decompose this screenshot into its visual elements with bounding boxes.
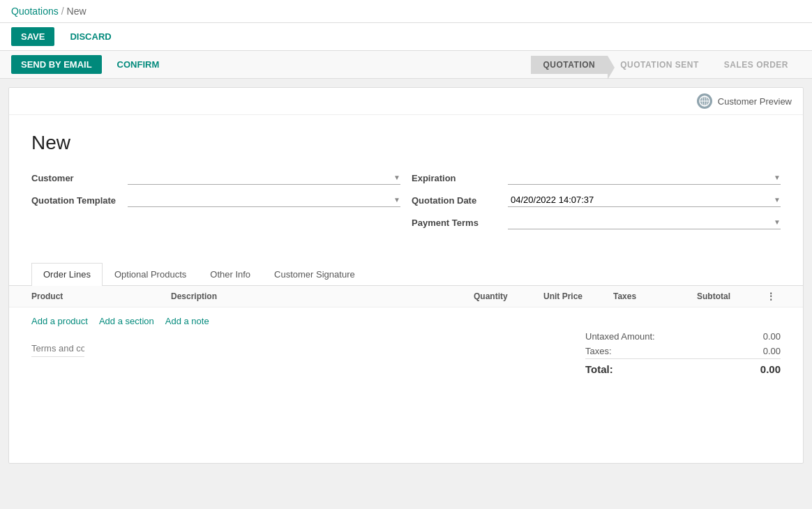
- col-options-icon[interactable]: ⋮: [767, 291, 781, 301]
- quotation-template-input[interactable]: [128, 193, 393, 206]
- customer-select-wrapper[interactable]: ▼: [128, 171, 400, 185]
- form-row-1: Customer ▼ Expiration ▼: [31, 171, 781, 185]
- tab-optional-products[interactable]: Optional Products: [103, 263, 198, 285]
- payment-terms-dropdown-arrow[interactable]: ▼: [774, 218, 781, 226]
- send-by-email-button[interactable]: SEND BY EMAIL: [11, 55, 102, 74]
- tab-customer-signature[interactable]: Customer Signature: [262, 263, 367, 285]
- expiration-label: Expiration: [412, 173, 502, 183]
- footer-inner: Untaxed Amount: 0.00 Taxes: 0.00 Total: …: [31, 343, 781, 377]
- terms-input[interactable]: [31, 343, 84, 357]
- taxes-value: 0.00: [763, 346, 781, 356]
- untaxed-amount-label: Untaxed Amount:: [585, 331, 655, 342]
- tab-order-lines[interactable]: Order Lines: [31, 263, 103, 286]
- customer-input[interactable]: [128, 171, 393, 184]
- col-quantity: Quantity: [474, 291, 543, 301]
- quotation-date-dropdown-arrow[interactable]: ▼: [774, 196, 781, 204]
- quotation-date-field-group: Quotation Date ▼: [412, 193, 781, 207]
- payment-terms-select-wrapper[interactable]: ▼: [508, 215, 781, 229]
- quotation-date-input[interactable]: [508, 193, 774, 206]
- quotation-template-label: Quotation Template: [31, 195, 122, 206]
- customer-preview-button[interactable]: Customer Preview: [697, 93, 792, 109]
- customer-field-group: Customer ▼: [31, 171, 400, 185]
- quotation-template-dropdown-arrow[interactable]: ▼: [393, 196, 400, 204]
- untaxed-amount-value: 0.00: [763, 331, 781, 342]
- form-row-2: Quotation Template ▼ Quotation Date ▼: [31, 193, 781, 207]
- total-value: 0.00: [760, 363, 781, 375]
- terms-area: [31, 343, 149, 357]
- payment-terms-label: Payment Terms: [412, 218, 502, 228]
- total-label: Total:: [585, 363, 613, 375]
- untaxed-amount-row: Untaxed Amount: 0.00: [585, 329, 781, 344]
- main-content: Customer Preview New Customer ▼ Expirati…: [8, 87, 804, 464]
- status-step-quotation-sent[interactable]: QUOTATION SENT: [608, 56, 712, 74]
- status-pipeline: QUOTATION QUOTATION SENT SALES ORDER: [531, 56, 801, 74]
- table-header: Product Description Quantity Unit Price …: [9, 286, 803, 307]
- document-title: New: [31, 132, 781, 154]
- add-product-link[interactable]: Add a product: [31, 316, 88, 326]
- quotation-date-label: Quotation Date: [412, 195, 502, 206]
- add-note-link[interactable]: Add a note: [165, 316, 209, 326]
- customer-label: Customer: [31, 173, 122, 183]
- expiration-input[interactable]: [508, 171, 774, 184]
- toolbar-left: SEND BY EMAIL CONFIRM: [11, 55, 169, 74]
- col-product: Product: [31, 291, 171, 301]
- add-links: Add a product Add a section Add a note: [31, 316, 781, 326]
- breadcrumb-parent[interactable]: Quotations: [11, 6, 59, 17]
- status-step-sales-order[interactable]: SALES ORDER: [712, 56, 801, 74]
- taxes-label: Taxes:: [585, 346, 612, 356]
- tabs-bar: Order Lines Optional Products Other Info…: [9, 263, 803, 286]
- customer-dropdown-arrow[interactable]: ▼: [393, 174, 400, 181]
- grand-total-row: Total: 0.00: [585, 358, 781, 377]
- breadcrumb: Quotations / New: [11, 6, 87, 17]
- quotation-date-select-wrapper[interactable]: ▼: [508, 193, 781, 207]
- form-row-3: Payment Terms ▼: [31, 215, 781, 229]
- customer-preview-label: Customer Preview: [718, 96, 792, 107]
- expiration-field-group: Expiration ▼: [412, 171, 781, 185]
- footer-area: Untaxed Amount: 0.00 Taxes: 0.00 Total: …: [9, 332, 803, 388]
- totals-area: Untaxed Amount: 0.00 Taxes: 0.00 Total: …: [585, 329, 781, 377]
- globe-icon: [697, 93, 712, 109]
- table-body: Add a product Add a section Add a note: [9, 307, 803, 332]
- quotation-template-field-group: Quotation Template ▼: [31, 193, 400, 207]
- confirm-button[interactable]: CONFIRM: [107, 55, 170, 74]
- payment-terms-input[interactable]: [508, 215, 774, 229]
- expiration-dropdown-arrow[interactable]: ▼: [774, 174, 781, 181]
- form-area: New Customer ▼ Expiration ▼: [9, 115, 803, 254]
- preview-bar: Customer Preview: [9, 88, 803, 115]
- action-bar: SAVE DISCARD: [0, 23, 812, 51]
- col-unit-price: Unit Price: [543, 291, 613, 301]
- expiration-select-wrapper[interactable]: ▼: [508, 171, 781, 185]
- top-bar: Quotations / New: [0, 0, 812, 23]
- discard-button[interactable]: DISCARD: [60, 27, 121, 46]
- payment-terms-field-group: Payment Terms ▼: [412, 215, 781, 229]
- col-description: Description: [171, 291, 474, 301]
- taxes-row: Taxes: 0.00: [585, 344, 781, 358]
- breadcrumb-separator: /: [61, 6, 64, 17]
- save-button[interactable]: SAVE: [11, 27, 54, 46]
- quotation-template-select-wrapper[interactable]: ▼: [128, 193, 400, 207]
- status-step-quotation[interactable]: QUOTATION: [531, 56, 608, 74]
- toolbar: SEND BY EMAIL CONFIRM QUOTATION QUOTATIO…: [0, 51, 812, 79]
- col-taxes: Taxes: [613, 291, 697, 301]
- col-subtotal: Subtotal: [697, 291, 767, 301]
- tab-other-info[interactable]: Other Info: [198, 263, 262, 285]
- add-section-link[interactable]: Add a section: [99, 316, 154, 326]
- breadcrumb-current: New: [67, 6, 87, 17]
